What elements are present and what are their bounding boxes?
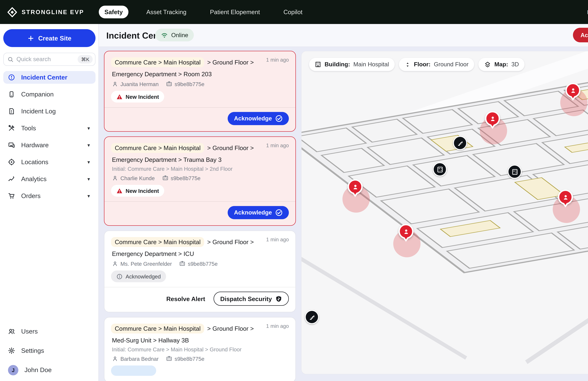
sidebar-item-companion[interactable]: Companion bbox=[3, 88, 96, 101]
map-control-label: Map: bbox=[494, 61, 508, 68]
shield-icon bbox=[275, 295, 282, 302]
sidebar-item-incident-center[interactable]: Incident Center bbox=[3, 71, 96, 84]
card-footer: Acknowledge bbox=[111, 206, 289, 219]
person-alert-pin[interactable] bbox=[348, 179, 363, 197]
sidebar-item-hardware[interactable]: Hardware▼ bbox=[3, 139, 96, 151]
breadcrumb-rest: > Ground Floor > bbox=[207, 325, 254, 332]
tab-copilot[interactable]: Copilot bbox=[278, 6, 308, 18]
pin-tail-inner bbox=[404, 237, 408, 241]
avatar: J bbox=[8, 365, 18, 375]
page-header: Incident Center Online Activate Dangerou… bbox=[99, 24, 588, 47]
elevator-marker[interactable] bbox=[507, 165, 522, 179]
tab-safety[interactable]: Safety bbox=[99, 6, 128, 18]
map-control-floor[interactable]: Floor:Ground Floor bbox=[399, 58, 474, 71]
sidebar: Create Site Quick search ⌘K Incident Cen… bbox=[0, 24, 99, 381]
incident-time: 1 min ago bbox=[266, 237, 289, 242]
acknowledge-button[interactable]: Acknowledge bbox=[228, 112, 289, 125]
target-icon bbox=[8, 159, 15, 166]
map-control-label: Floor: bbox=[414, 61, 431, 68]
incident-card-list: 1 min agoCommure Care > Main Hospital> G… bbox=[104, 51, 296, 381]
check-circle-icon bbox=[275, 115, 283, 122]
elevator-icon bbox=[436, 166, 443, 173]
tab-asset-tracking[interactable]: Asset Tracking bbox=[141, 6, 192, 18]
breadcrumb-highlight: Commure Care > Main Hospital bbox=[111, 57, 204, 67]
dispatch-security-label: Dispatch Security bbox=[220, 295, 272, 302]
reporter: Barbara Bednar bbox=[112, 356, 159, 362]
reporter-name: Barbara Bednar bbox=[120, 356, 159, 361]
status-label: New Incident bbox=[126, 188, 159, 193]
acknowledge-label: Acknowledge bbox=[234, 115, 272, 122]
chevron-down-icon: ▼ bbox=[86, 177, 91, 181]
person-alert-pin[interactable] bbox=[485, 111, 500, 129]
analytics-icon bbox=[8, 175, 15, 183]
breadcrumb-rest: > Ground Floor > bbox=[207, 59, 254, 66]
incident-location: Emergency Department > Trauma Bay 3 bbox=[111, 156, 289, 163]
sidebar-item-label: Companion bbox=[21, 91, 91, 98]
incident-location: Emergency Department > ICU bbox=[111, 250, 289, 257]
person-icon bbox=[489, 115, 496, 122]
tab-patient-elopement[interactable]: Patient Elopement bbox=[204, 6, 266, 18]
initial-location: Initial: Commure Care > Main Hospital > … bbox=[111, 347, 289, 352]
incident-card: 1 min agoCommure Care > Main Hospital> G… bbox=[104, 136, 296, 226]
brand: STRONGLINE EVP bbox=[7, 7, 84, 17]
incident-time: 1 min ago bbox=[266, 143, 289, 148]
sidebar-item-orders[interactable]: Orders▼ bbox=[3, 190, 96, 202]
user-menu[interactable]: JJohn Doe bbox=[3, 364, 96, 376]
device-id: s9be8b775e bbox=[175, 356, 204, 361]
elevator-marker[interactable] bbox=[433, 162, 447, 176]
cart-icon bbox=[8, 192, 15, 199]
pin-tail-inner bbox=[491, 124, 494, 128]
resolve-alert-button[interactable]: Resolve Alert bbox=[166, 295, 205, 302]
warning-icon bbox=[116, 93, 123, 100]
breadcrumb-rest: > Ground Floor > bbox=[207, 238, 254, 246]
breadcrumb-highlight: Commure Care > Main Hospital bbox=[111, 143, 204, 153]
pin-tail-inner bbox=[571, 95, 575, 100]
sidebar-footer: UsersSettingsJJohn Doe bbox=[3, 325, 96, 376]
sidebar-item-label: Orders bbox=[21, 192, 81, 199]
create-site-button[interactable]: Create Site bbox=[3, 29, 96, 47]
check-circle-icon bbox=[275, 209, 283, 216]
map-control-building[interactable]: Building:Main Hospital bbox=[309, 58, 395, 71]
sidebar-item-settings[interactable]: Settings bbox=[3, 344, 96, 357]
online-status-badge: Online bbox=[155, 29, 194, 42]
device-id: s9be8b775e bbox=[171, 175, 201, 181]
status-badge: Acknowledged bbox=[111, 271, 166, 282]
sidebar-item-analytics[interactable]: Analytics▼ bbox=[3, 173, 96, 185]
stairs-icon bbox=[308, 314, 315, 320]
person-alert-pin[interactable] bbox=[558, 190, 573, 208]
acknowledge-button[interactable]: Acknowledge bbox=[228, 206, 289, 219]
facility-map[interactable]: Street Building:Main HospitalFloor:Groun… bbox=[301, 51, 588, 374]
chevron-down-icon: ▼ bbox=[86, 193, 91, 198]
map-control-map[interactable]: Map:3D bbox=[478, 58, 525, 71]
sidebar-item-tools[interactable]: Tools▼ bbox=[3, 122, 96, 134]
id-badge-icon bbox=[166, 356, 172, 362]
powered-by-label: Powered by QLog bbox=[587, 9, 588, 15]
status-badge: New Incident bbox=[111, 185, 164, 197]
chevron-down-icon: ▼ bbox=[86, 143, 91, 148]
search-input[interactable]: Quick search ⌘K bbox=[3, 53, 96, 66]
building-icon bbox=[315, 61, 321, 68]
reporter: Juanita Herman bbox=[112, 81, 159, 87]
sidebar-item-locations[interactable]: Locations▼ bbox=[3, 156, 96, 169]
sidebar-item-users[interactable]: Users bbox=[3, 325, 96, 338]
stairs-marker[interactable] bbox=[305, 310, 319, 324]
gear-icon bbox=[8, 347, 15, 354]
person-icon bbox=[112, 175, 118, 181]
dispatch-security-button[interactable]: Dispatch Security bbox=[214, 292, 289, 306]
map-control-value: 3D bbox=[511, 61, 519, 68]
breadcrumb: Commure Care > Main Hospital> Ground Flo… bbox=[111, 237, 289, 247]
acknowledge-label: Acknowledge bbox=[234, 209, 272, 216]
reporter-name: Ms. Pete Greenfelder bbox=[120, 261, 172, 266]
incident-meta: Charlie Kundes9be8b775e bbox=[111, 175, 289, 181]
sidebar-item-incident-log[interactable]: Incident Log bbox=[3, 105, 96, 118]
online-status-label: Online bbox=[171, 32, 188, 38]
sidebar-item-label: Analytics bbox=[21, 175, 81, 183]
beacon-icon bbox=[8, 74, 15, 81]
person-alert-pin[interactable] bbox=[566, 83, 581, 101]
activate-dangerous-location-button[interactable]: Activate Dangerous Location bbox=[573, 28, 588, 42]
stairs-marker[interactable] bbox=[453, 136, 467, 150]
person-alert-pin[interactable] bbox=[399, 224, 414, 242]
incident-meta: Ms. Pete Greenfelders9be8b775e bbox=[111, 261, 289, 267]
reporter: Charlie Kunde bbox=[112, 175, 155, 181]
info-icon bbox=[116, 273, 123, 280]
